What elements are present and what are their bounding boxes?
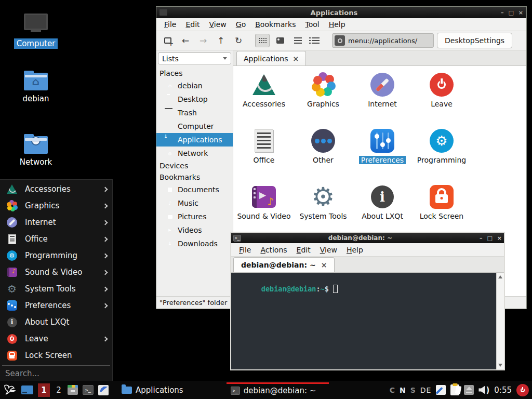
menu-item-preferences[interactable]: Preferences [0, 297, 112, 314]
thumbnail-view-button[interactable] [273, 34, 287, 47]
menu-item-leave[interactable]: Leave [0, 330, 112, 347]
menu-help[interactable]: Help [343, 244, 367, 256]
menu-actions[interactable]: Actions [257, 244, 290, 256]
tab-close-icon[interactable]: × [293, 55, 299, 63]
task-applications[interactable]: Applications [117, 382, 188, 397]
desktop-settings-button[interactable]: DesktopSettings [437, 33, 512, 48]
search-input[interactable] [0, 366, 112, 381]
workspace-2-button[interactable]: 2 [55, 385, 63, 395]
sidebar-item-music[interactable]: ♪ Music [156, 196, 233, 210]
app-item-sound-video[interactable]: ▶ ♪ Sound & Video [234, 180, 294, 236]
sidebar-item-downloads[interactable]: ↓ Downloads [156, 237, 233, 250]
screenshot-tray-icon[interactable] [436, 385, 446, 395]
app-item-leave[interactable]: Leave [412, 68, 471, 124]
address-bar[interactable]: menu://applications/ [332, 33, 434, 48]
icon-view-button[interactable] [255, 34, 270, 47]
sidebar-item-documents[interactable]: Documents [156, 183, 233, 196]
sidebar-item-applications[interactable]: ↓ Applications [156, 133, 233, 147]
scroll-down-icon[interactable] [498, 364, 502, 367]
app-item-other[interactable]: Other [294, 124, 353, 180]
sidebar-item-network[interactable]: ◍ Network [156, 147, 233, 160]
close-button[interactable]: × [497, 235, 502, 242]
sidebar-item-debian[interactable]: ⌂ debian [156, 79, 233, 92]
terminal-launcher[interactable]: >_ [83, 385, 94, 395]
menu-file[interactable]: File [235, 244, 255, 256]
sidebar-item-trash[interactable]: Trash [156, 106, 233, 119]
detailed-view-button[interactable] [308, 34, 323, 47]
file-manager-launcher[interactable] [68, 385, 78, 395]
app-item-lock-screen[interactable]: Lock Screen [412, 180, 471, 236]
play-icon: ▶ [259, 190, 266, 200]
sidebar-mode-dropdown[interactable]: Lists [158, 52, 231, 64]
volume-icon[interactable]: ) [478, 385, 489, 395]
task-terminal[interactable]: >_ debian@debian: ~ [227, 382, 329, 397]
terminal-cursor [333, 285, 338, 293]
menu-item-sound-video[interactable]: ♪ Sound & Video [0, 264, 112, 281]
sidebar-item-pictures[interactable]: Pictures [156, 210, 233, 223]
clipboard-tray-icon[interactable] [450, 384, 459, 395]
sidebar-item-desktop[interactable]: Desktop [156, 92, 233, 106]
app-item-system-tools[interactable]: ⚙ System Tools [294, 180, 353, 236]
menu-file[interactable]: File [161, 19, 180, 30]
menu-item-accessories[interactable]: Accessories [0, 181, 112, 197]
start-menu-button[interactable] [3, 384, 17, 396]
prompt-user-host: debian@debian [261, 285, 316, 293]
sidebar-item-videos[interactable]: ▶ Videos [156, 223, 233, 237]
minimize-button[interactable]: – [480, 235, 483, 242]
featherpad-launcher[interactable] [98, 385, 109, 395]
tab-applications[interactable]: Applications × [236, 51, 306, 65]
desktop-icon-network[interactable]: Network [7, 133, 64, 167]
clock[interactable]: 0:55 [494, 385, 512, 395]
workspace-1-button[interactable]: 1 [38, 383, 50, 397]
terminal-content[interactable]: debian@debian:~$ [231, 273, 504, 369]
minimize-button[interactable]: – [501, 9, 504, 16]
refresh-button[interactable]: ↻ [231, 34, 246, 47]
new-tab-button[interactable] [161, 34, 175, 47]
scroll-up-icon[interactable] [498, 275, 502, 278]
menu-view[interactable]: View [316, 244, 341, 256]
back-button[interactable]: ← [178, 34, 193, 47]
app-item-internet[interactable]: Internet [353, 68, 412, 124]
menu-help[interactable]: Help [325, 19, 349, 30]
removable-media-icon[interactable] [464, 385, 474, 395]
tab-terminal[interactable]: debian@debian: ~ × [233, 257, 335, 272]
menu-item-graphics[interactable]: Graphics [0, 197, 112, 214]
keyboard-layout-indicator[interactable]: DE [420, 386, 432, 394]
desktop-icon-computer[interactable]: Computer [7, 14, 64, 49]
menu-view[interactable]: View [206, 19, 230, 30]
app-item-programming[interactable]: ⚙ Programming [412, 124, 471, 180]
app-item-about-lxqt[interactable]: i About LXQt [353, 180, 412, 236]
forward-button[interactable]: → [196, 34, 210, 47]
menu-tool[interactable]: Tool [301, 19, 323, 30]
power-button[interactable] [516, 384, 529, 396]
menu-item-lock-screen[interactable]: Lock Screen [0, 347, 112, 364]
app-item-graphics[interactable]: Graphics [294, 68, 353, 124]
menu-item-label: Office [25, 234, 96, 244]
compact-view-button[interactable] [290, 34, 305, 47]
sidebar-item-computer[interactable]: Computer [156, 119, 233, 133]
desktop-icon-debian[interactable]: ⌂ debian [7, 73, 64, 104]
app-item-office[interactable]: Office [234, 124, 294, 180]
maximize-button[interactable]: □ [508, 9, 513, 16]
app-item-accessories[interactable]: Accessories [234, 68, 294, 124]
terminal-scrollbar[interactable] [496, 273, 504, 369]
menu-edit[interactable]: Edit [182, 19, 203, 30]
tab-close-icon[interactable]: × [321, 261, 327, 269]
menu-bookmarks[interactable]: Bookmarks [251, 19, 299, 30]
menu-item-programming[interactable]: ⚙ Programming [0, 247, 112, 264]
menu-item-internet[interactable]: Internet [0, 214, 112, 231]
up-button[interactable]: ↑ [214, 34, 228, 47]
file-manager-titlebar[interactable]: Applications – □ × [156, 7, 526, 18]
menu-item-system-tools[interactable]: ⚙ System Tools [0, 281, 112, 297]
menu-go[interactable]: Go [232, 19, 249, 30]
menu-edit[interactable]: Edit [293, 244, 314, 256]
gear-icon: ⚙ [9, 252, 15, 259]
terminal-titlebar[interactable]: >_ debian@debian: ~ – □ × [231, 233, 504, 243]
app-item-preferences[interactable]: Preferences [353, 124, 412, 180]
menu-item-about-lxqt[interactable]: i About LXQt [0, 314, 112, 330]
maximize-button[interactable]: □ [487, 235, 492, 242]
show-desktop-button[interactable] [21, 385, 33, 394]
sidebar-section-places: Places [156, 68, 233, 79]
close-button[interactable]: × [518, 9, 523, 16]
menu-item-office[interactable]: Office [0, 231, 112, 247]
